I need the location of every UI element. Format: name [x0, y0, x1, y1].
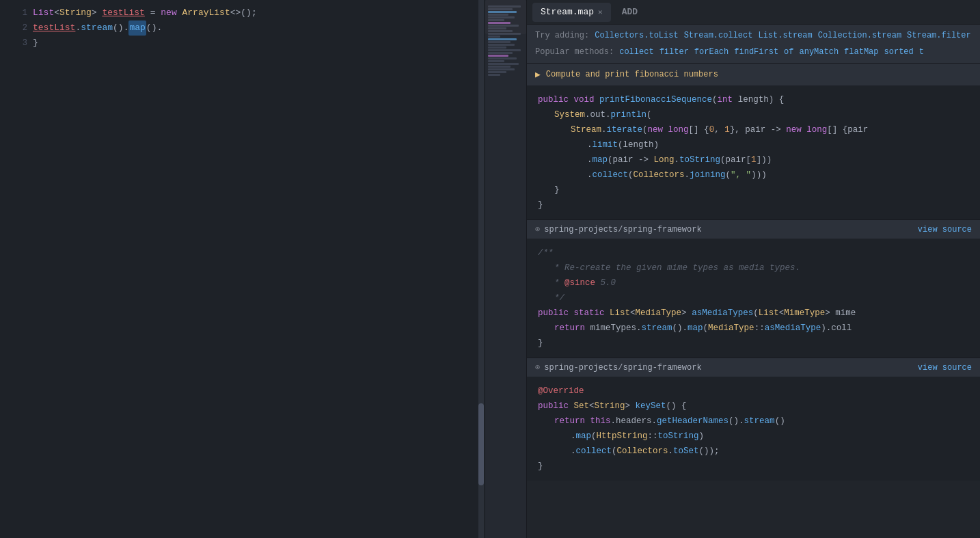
results-area[interactable]: ▶ Compute and print fibonacci numbers pu…	[527, 64, 980, 538]
source-link-2[interactable]: ⊙ spring-projects/spring-framework	[535, 362, 702, 373]
suggestion-foreach[interactable]: forEach	[694, 45, 729, 59]
code-line-2: 2 testList.stream().map().	[0, 21, 526, 36]
view-source-link-1[interactable]: view source	[918, 225, 972, 234]
suggestion-list-stream[interactable]: List.stream	[758, 29, 812, 42]
suggestion-flatmap[interactable]: flatMap	[844, 45, 878, 59]
editor-scrollbar-track[interactable]	[478, 0, 484, 538]
editor-scrollbar-thumb[interactable]	[478, 403, 484, 485]
repo-icon-2: ⊙	[535, 362, 540, 373]
tabs-bar: Stream.map ✕ ADD	[527, 0, 980, 25]
source-link-1[interactable]: ⊙ spring-projects/spring-framework	[535, 224, 702, 234]
fibonacci-code: public void printFibonacciSequence(int l…	[527, 85, 980, 219]
suggestion-sorted[interactable]: sorted	[884, 45, 914, 59]
suggestions-bar: Try adding: Collectors.toList Stream.col…	[527, 25, 980, 64]
suggestion-anymatch[interactable]: anyMatch	[800, 45, 839, 59]
editor-pane: 1 List<String> testList = new ArrayList<…	[0, 0, 526, 538]
code-line-3: 3 }	[0, 36, 526, 51]
result-header-fibonacci: ▶ Compute and print fibonacci numbers	[527, 64, 980, 85]
editor-content: 1 List<String> testList = new ArrayList<…	[0, 0, 526, 56]
right-panel: Stream.map ✕ ADD Try adding: Collectors.…	[526, 0, 980, 538]
tab-add-button[interactable]: ADD	[614, 3, 646, 22]
suggestion-collectors-tolist[interactable]: Collectors.toList	[595, 29, 678, 42]
repo-name-1: spring-projects/spring-framework	[544, 225, 701, 234]
result-source-header-2: ⊙ spring-projects/spring-framework view …	[527, 358, 980, 377]
fibonacci-title: Compute and print fibonacci numbers	[546, 70, 718, 79]
code-line-1: 1 List<String> testList = new ArrayList<…	[0, 5, 526, 21]
minimap-viewport	[485, 0, 526, 34]
suggestion-collect[interactable]: collect	[619, 45, 653, 59]
try-adding-row: Try adding: Collectors.toList Stream.col…	[535, 29, 972, 42]
suggestion-findfirst[interactable]: findFirst	[734, 45, 778, 59]
result-source-header-1: ⊙ spring-projects/spring-framework view …	[527, 219, 980, 239]
suggestion-stream-filter[interactable]: Stream.filter	[907, 29, 971, 42]
suggestion-filter[interactable]: filter	[659, 45, 689, 59]
repo-icon-1: ⊙	[535, 224, 540, 234]
tab-close-icon[interactable]: ✕	[598, 8, 603, 16]
suggestion-stream-collect[interactable]: Stream.collect	[684, 29, 753, 42]
tab-label: Stream.map	[541, 7, 594, 17]
repo-name-2: spring-projects/spring-framework	[544, 363, 701, 373]
popular-methods-row: Popular methods: collect filter forEach …	[535, 45, 972, 59]
tab-stream-map[interactable]: Stream.map ✕	[532, 3, 611, 22]
suggestion-of[interactable]: of	[784, 45, 793, 59]
suggestion-collection-stream[interactable]: Collection.stream	[818, 29, 901, 42]
play-icon: ▶	[535, 69, 541, 80]
try-adding-label: Try adding:	[535, 29, 589, 42]
spring-code-1: /** * Re-create the given mime types as …	[527, 239, 980, 358]
suggestion-t[interactable]: t	[919, 45, 924, 59]
minimap	[485, 0, 526, 538]
popular-methods-label: Popular methods:	[535, 45, 614, 59]
view-source-link-2[interactable]: view source	[918, 363, 972, 373]
result-block-fibonacci: ▶ Compute and print fibonacci numbers pu…	[527, 64, 980, 219]
result-block-spring-2: ⊙ spring-projects/spring-framework view …	[527, 358, 980, 481]
spring-code-2: @Override public Set<String> keySet() { …	[527, 377, 980, 481]
result-block-spring-1: ⊙ spring-projects/spring-framework view …	[527, 219, 980, 358]
